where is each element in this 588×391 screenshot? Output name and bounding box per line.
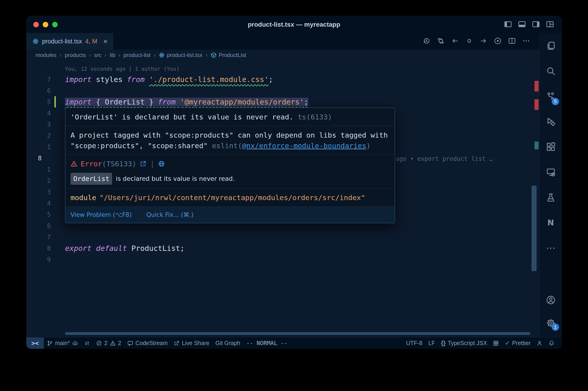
code-line-blank[interactable]: 7 [26,231,540,243]
vim-mode-indicator[interactable]: -- NORMAL -- [243,337,291,349]
eslint-rule-link[interactable]: @nx/enforce-module-boundaries [242,142,366,150]
line-number[interactable]: 5 [26,211,51,218]
tab-label: product-list.tsx [42,38,82,45]
line-number[interactable]: 9 [26,256,51,263]
symbol-chip: OrderList [71,173,112,185]
remote-explorer-icon[interactable] [540,159,562,185]
settings-gear-icon[interactable]: 1 [540,311,562,334]
view-problem-button[interactable]: View Problem (⌥F8) [71,209,132,220]
braces-icon: {} [441,340,445,346]
eslint-source-text: eslint( [212,142,242,150]
breadcrumb-label: product-list [124,52,151,58]
breadcrumb-modules[interactable]: modules [36,52,57,58]
line-number[interactable]: 3 [26,121,51,128]
line-number[interactable]: 1 [26,143,51,150]
breadcrumb-symbol-productlist[interactable]: ProductList [211,52,246,58]
code-line-export-default[interactable]: 8 export default ProductList; [26,243,540,254]
more-views-icon[interactable]: ⋯ [540,235,562,261]
customize-layout-icon[interactable] [546,20,554,29]
line-number[interactable]: 8 [26,245,51,252]
breadcrumb-product-list-folder[interactable]: product-list [124,52,151,58]
language-mode-item[interactable]: {} TypeScript JSX [438,337,490,349]
compare-changes-item[interactable] [81,337,93,349]
prettier-item[interactable]: ✓ Prettier [502,337,534,349]
minimize-window-button[interactable] [43,22,48,27]
toggle-secondary-sidebar-icon[interactable] [532,20,540,29]
error-triangle-icon [71,160,78,167]
problems-item[interactable]: 2 2 [93,337,124,349]
git-graph-label: Git Graph [215,340,240,346]
live-share-item[interactable]: Live Share [171,337,212,349]
search-icon[interactable] [540,58,562,84]
window-title: product-list.tsx — myreactapp [26,21,562,28]
vertical-scrollbar[interactable] [531,186,537,271]
open-external-icon[interactable] [140,160,147,167]
line-number[interactable]: 1 [26,166,51,173]
nx-console-icon[interactable]: N [540,210,562,235]
breadcrumb: modules › products › src › lib › product… [26,50,540,61]
git-branch-item[interactable]: main* [44,337,81,349]
git-graph-item[interactable]: Git Graph [212,337,243,349]
notifications-item[interactable] [546,337,557,349]
line-number[interactable]: 4 [26,200,51,207]
feedback-person-item[interactable] [534,337,546,349]
breadcrumb-file[interactable]: product-list.tsx [159,52,202,58]
code-line-blank[interactable]: 6 [26,85,540,96]
close-window-button[interactable] [33,22,39,27]
nav-dot-icon[interactable] [466,37,473,45]
zoom-window-button[interactable] [52,22,58,27]
code-editor[interactable]: You, 12 seconds ago | 1 author (You) 7 i… [26,61,540,337]
breadcrumb-label: lib [110,52,115,58]
breadcrumb-products[interactable]: products [65,52,86,58]
share-icon [174,340,180,346]
nav-back-icon[interactable] [451,37,459,45]
quick-fix-button[interactable]: Quick Fix... (⌘.) [146,209,193,220]
remote-indicator[interactable]: >< [26,337,44,349]
current-line-number[interactable]: 8 [26,155,51,162]
line-number[interactable]: 6 [26,222,51,229]
tab-product-list[interactable]: product-list.tsx 4, M × [26,33,114,50]
tab-decoration: 4, M [85,38,97,45]
horizontal-scrollbar[interactable] [65,332,530,335]
gutter-modified-indicator [54,96,56,107]
breadcrumb-lib[interactable]: lib [110,52,115,58]
testing-beaker-icon[interactable] [540,185,562,210]
breadcrumb-separator: › [154,52,156,58]
more-actions-icon[interactable] [522,37,530,45]
line-number[interactable]: 7 [26,233,51,241]
toggle-primary-sidebar-icon[interactable] [504,20,512,29]
source-control-icon[interactable]: 5 [540,84,562,109]
grid-extension-item[interactable] [490,337,502,349]
code-line-blank[interactable]: 9 [26,254,540,265]
line-number[interactable]: 4 [26,109,51,117]
hover-actions: View Problem (⌥F8) Quick Fix... (⌘.) [66,207,395,223]
breadcrumb-src[interactable]: src [94,52,101,58]
hover-eslint-message: A project tagged with "scope:products" c… [66,126,395,155]
nav-forward-icon[interactable] [480,37,487,45]
split-editor-icon[interactable] [508,37,516,45]
line-number[interactable]: 2 [26,177,51,184]
globe-icon[interactable] [158,160,165,167]
line-number[interactable]: 2 [26,132,51,139]
run-debug-icon[interactable] [540,109,562,134]
eol-item[interactable]: LF [425,337,438,349]
encoding-item[interactable]: UTF-8 [403,337,425,349]
run-file-icon[interactable] [494,37,502,45]
timeline-history-icon[interactable] [423,37,430,45]
line-number[interactable]: 6 [26,87,51,94]
explorer-icon[interactable] [540,33,562,58]
breadcrumb-separator: › [60,52,62,58]
line-number[interactable]: 3 [26,188,51,196]
toggle-panel-icon[interactable] [518,20,526,29]
code-line-import-styles[interactable]: 7 import styles from './product-list.mod… [26,74,540,85]
line-number[interactable]: 7 [26,76,51,83]
line-number[interactable]: 5 [26,98,51,105]
codestream-item[interactable]: CodeStream [124,337,171,349]
code-line-import-orderlist[interactable]: 5 import { OrderList } from '@myreactapp… [26,96,540,107]
code-token: ProductList [127,244,180,253]
tab-close-icon[interactable]: × [103,38,108,45]
account-icon[interactable] [540,289,562,311]
severity-label: Error [81,160,102,168]
git-compare-icon[interactable] [437,37,444,45]
extensions-icon[interactable] [540,134,562,159]
